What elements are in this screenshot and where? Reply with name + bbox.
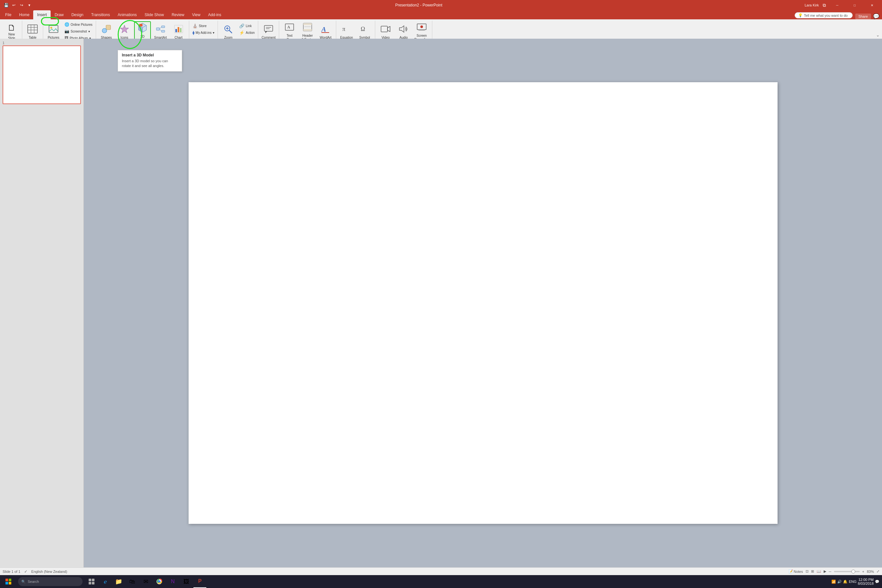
svg-text:Ω: Ω [361, 26, 365, 32]
slide-number: 1 [3, 41, 81, 45]
action-label: Action [246, 31, 255, 34]
online-pictures-button[interactable]: 🌐 Online Pictures [63, 21, 94, 28]
tell-me-input[interactable]: 💡 Tell me what you want to do [795, 12, 853, 18]
svg-point-8 [102, 28, 107, 33]
tab-review[interactable]: Review [168, 10, 188, 20]
addins-small-buttons: ⛪ Store ⧫ My Add-ins ▾ [191, 22, 216, 36]
user-name: Lara Kirk [805, 3, 819, 7]
redo-qat-button[interactable]: ↪ [18, 2, 25, 9]
lightbulb-icon: 💡 [798, 13, 803, 17]
svg-rect-15 [156, 28, 160, 30]
textbox-icon: A [285, 22, 294, 33]
tab-file[interactable]: File [1, 10, 15, 20]
svg-point-46 [420, 26, 423, 28]
svg-marker-44 [399, 26, 404, 32]
tab-draw[interactable]: Draw [51, 10, 68, 20]
link-button[interactable]: 🔗 Link [238, 22, 256, 29]
audio-icon [399, 24, 408, 35]
images-small-buttons: 🌐 Online Pictures 📷 Screenshot ▾ 🖼 Photo… [63, 21, 94, 41]
online-pictures-label: Online Pictures [70, 23, 93, 26]
svg-rect-17 [162, 30, 165, 32]
minimize-button[interactable]: ─ [830, 0, 844, 10]
action-button[interactable]: ⚡ Action [238, 29, 256, 36]
models-3d-icon [137, 22, 148, 34]
tab-home[interactable]: Home [15, 10, 33, 20]
title-text: Presentation2 - PowerPoint [395, 3, 442, 8]
svg-text:A: A [321, 25, 326, 33]
close-button[interactable]: ✕ [865, 0, 879, 10]
tab-view[interactable]: View [188, 10, 204, 20]
shapes-icon [102, 24, 111, 35]
store-icon: ⛪ [192, 24, 198, 28]
svg-marker-31 [265, 31, 267, 33]
tab-addins[interactable]: Add-ins [204, 10, 225, 20]
store-button[interactable]: ⛪ Store [191, 22, 216, 29]
maximize-button[interactable]: □ [847, 0, 862, 10]
link-label: Link [246, 24, 252, 28]
tab-transitions[interactable]: Transitions [87, 10, 114, 20]
svg-text:A: A [287, 25, 290, 29]
table-icon [27, 24, 38, 35]
slide-thumbnail[interactable] [3, 45, 81, 50]
svg-rect-47 [418, 30, 425, 31]
save-qat-button[interactable]: 💾 [3, 2, 10, 9]
svg-point-6 [50, 27, 52, 29]
tab-animations[interactable]: Animations [114, 10, 141, 20]
tell-me-placeholder: Tell me what you want to do [804, 14, 848, 17]
expand-ribbon-button[interactable]: ⌄ [876, 33, 879, 38]
my-addins-icon: ⧫ [192, 30, 194, 35]
tab-design[interactable]: Design [68, 10, 87, 20]
share-button[interactable]: Share [855, 14, 871, 20]
screenshot-icon: 📷 [64, 29, 69, 33]
slide-panel[interactable]: 1 [0, 39, 84, 50]
screenshot-button[interactable]: 📷 Screenshot ▾ [63, 28, 94, 34]
svg-rect-16 [162, 26, 165, 28]
restore-button[interactable]: ⧉ [821, 2, 827, 8]
zoom-icon [224, 24, 233, 35]
svg-rect-14 [139, 24, 142, 26]
svg-rect-28 [264, 26, 273, 31]
svg-line-18 [160, 27, 162, 29]
my-addins-button[interactable]: ⧫ My Add-ins ▾ [191, 29, 216, 36]
svg-rect-21 [176, 29, 177, 32]
header-footer-icon [303, 22, 312, 33]
links-small-buttons: 🔗 Link ⚡ Action [238, 22, 256, 36]
canvas-area [84, 39, 882, 50]
new-slide-icon: 🗋 [8, 24, 16, 32]
online-pictures-icon: 🌐 [64, 22, 69, 27]
screenshot-label: Screenshot [70, 30, 87, 33]
svg-line-19 [160, 29, 162, 31]
wordart-icon: A [321, 24, 330, 35]
tab-slideshow[interactable]: Slide Show [141, 10, 168, 20]
link-icon: 🔗 [239, 24, 244, 28]
comments-button[interactable]: 💬 [873, 13, 879, 20]
svg-marker-9 [120, 25, 129, 33]
svg-rect-23 [180, 28, 182, 32]
pictures-icon [49, 24, 58, 35]
smartart-icon [156, 24, 165, 35]
titlebar-left: 💾 ↩ ↪ ▾ [3, 2, 33, 9]
screenshot-dropdown-icon: ▾ [88, 30, 90, 33]
svg-line-27 [229, 30, 232, 33]
svg-rect-35 [303, 23, 312, 25]
tab-insert[interactable]: Insert [33, 10, 51, 20]
chart-icon [174, 24, 183, 35]
store-label: Store [199, 24, 207, 28]
my-addins-dropdown-icon: ▾ [213, 31, 214, 34]
share-area: Lara Kirk ⧉ ─ □ ✕ [805, 0, 879, 10]
equation-icon: π [342, 24, 351, 35]
action-icon: ⚡ [239, 30, 244, 35]
undo-qat-button[interactable]: ↩ [10, 2, 17, 9]
svg-rect-26 [227, 27, 228, 30]
ribbon-tabs: File Home Insert Draw Design Transitions… [0, 10, 882, 20]
svg-rect-36 [303, 29, 312, 31]
svg-marker-43 [387, 26, 390, 32]
quick-access-toolbar: 💾 ↩ ↪ ▾ [3, 2, 33, 9]
titlebar-right: Lara Kirk ⧉ ─ □ ✕ [805, 0, 879, 10]
symbol-icon: Ω [360, 24, 369, 35]
customize-qat-button[interactable]: ▾ [26, 2, 33, 9]
icons-icon [120, 24, 129, 35]
screen-recording-icon [417, 22, 426, 33]
comment-icon [264, 24, 273, 35]
svg-rect-22 [178, 27, 179, 32]
